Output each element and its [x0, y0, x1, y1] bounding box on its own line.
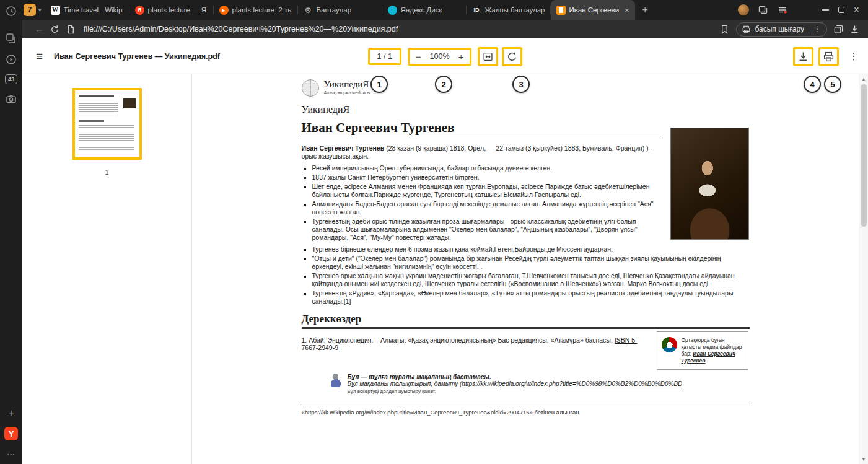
print-options-kebab-icon[interactable]: ⋮	[813, 25, 821, 33]
counter-badge-label: 43	[8, 76, 14, 82]
stub-line-1: Бұл — тұлға туралы мақаланың бастамасы.	[348, 374, 682, 380]
pdf-page: УикипедиЯ Ашық энциклопедиясы УикипедиЯ …	[302, 74, 750, 416]
thumb-text-lines	[79, 125, 134, 151]
notifications-menu-icon[interactable]	[778, 5, 787, 15]
stub-writer-icon	[330, 374, 343, 387]
maximize-window-button[interactable]	[838, 7, 844, 13]
rotate-button[interactable]	[502, 47, 522, 66]
scroll-down-arrow[interactable]: ▼	[859, 457, 868, 462]
tab-settings[interactable]: ⚙ Баптаулар	[298, 0, 382, 20]
panels-icon[interactable]	[758, 5, 768, 15]
list-item: Тургеневтың әдеби орыс тілінде жазылған …	[312, 217, 663, 242]
zoom-in-button[interactable]: +	[458, 52, 464, 61]
document-area: УикипедиЯ Ашық энциклопедиясы УикипедиЯ …	[192, 74, 859, 464]
pdf-favicon	[556, 6, 566, 15]
page-file-icon[interactable]	[66, 25, 76, 34]
document-title: Иван Сергеевич Тургенев — Уикипедия.pdf	[54, 52, 220, 61]
printer-icon	[823, 51, 834, 62]
fit-page-button[interactable]	[478, 47, 498, 66]
reference-text: 1. Абай. Энциклопедия. – Алматы: «Қазақ …	[302, 336, 615, 344]
thumbnails-panel: 1	[22, 74, 192, 464]
counter-badge[interactable]: 43	[5, 74, 17, 84]
zoom-controls: − 100% +	[408, 48, 472, 66]
collections-icon[interactable]	[834, 25, 843, 34]
tab-bar: 7 ▾ W Time travel - Wikip Я plants lectu…	[22, 0, 868, 20]
chevron-down-icon[interactable]: ▾	[38, 7, 42, 13]
commons-text: Ортаққорда бұған қатысты медиа файлдар б…	[682, 337, 743, 364]
tab-general-settings[interactable]: ID Жалпы баптаулар	[467, 0, 551, 20]
history-icon[interactable]	[5, 5, 17, 17]
gear-icon: ⚙	[304, 6, 313, 15]
tab-yandex-disk[interactable]: Яндекс Диск	[382, 0, 467, 20]
vertical-scrollbar[interactable]: ▲ ▼	[859, 74, 868, 464]
sidebar-add-icon[interactable]: +	[5, 407, 17, 419]
thumb-heading-line	[79, 120, 105, 122]
print-button-label: басып шығару	[755, 25, 804, 33]
page-1-thumbnail[interactable]	[72, 88, 142, 160]
close-window-button[interactable]: ×	[854, 5, 859, 15]
bookmark-icon[interactable]	[720, 25, 729, 34]
list-item: Шет елде, әсіресе Алмания менен Францияд…	[312, 183, 663, 199]
url-text[interactable]: file:///C:/Users/Admin/Desktop/Иван%20Се…	[84, 25, 713, 33]
fact-list-upper: Ресей империясының Орел губерниясында, б…	[302, 164, 663, 242]
yandex-favicon: Я	[135, 6, 144, 15]
stub-notice: Бұл — тұлға туралы мақаланың бастамасы. …	[330, 374, 750, 394]
sidebar-toggle-icon[interactable]: ≡	[36, 50, 43, 63]
tab-groups-icon[interactable]	[5, 32, 17, 45]
tab-plants-lecture-video[interactable]: ▶ plants lecture: 2 ть	[214, 0, 298, 20]
new-tab-button[interactable]: +	[642, 4, 648, 15]
browser-window: 43 + Y ⋯ 7 ▾ W Time travel - Wikip Я pla…	[0, 0, 868, 464]
scroll-up-arrow[interactable]: ▲	[859, 77, 868, 81]
pdf-toolbar: ≡ Иван Сергеевич Тургенев — Уикипедия.pd…	[22, 38, 868, 74]
footer-rule	[302, 403, 750, 403]
stub-line-3: Бұл ескертуді дәлдеп ауыстыру қажет.	[348, 388, 682, 394]
close-tab-icon[interactable]: ×	[625, 6, 629, 14]
tab-label: plants lecture — Я	[148, 6, 208, 14]
profile-avatar[interactable]	[738, 4, 749, 15]
list-item: Ресей империясының Орел губерниясында, б…	[312, 164, 663, 172]
printer-icon	[742, 25, 750, 33]
youtube-favicon: ▶	[219, 6, 229, 15]
fit-page-icon	[483, 51, 493, 62]
annotation-circle-1: 1	[370, 76, 388, 93]
downloads-icon[interactable]	[850, 25, 859, 34]
list-item: "Отцы и дети" ("Әкелер мен балалар") ром…	[312, 255, 750, 271]
wikipedia-tagline: Ашық энциклопедиясы	[324, 90, 370, 95]
list-item: Алманиядағы Баден-Баден арасан суы бар е…	[312, 200, 663, 216]
commons-box: Ортаққорда бұған қатысты медиа файлдар б…	[657, 331, 748, 370]
page-indicator[interactable]: 1 / 1	[368, 48, 401, 65]
article-title: Иван Сергеевич Тургенев	[302, 120, 663, 138]
reload-icon[interactable]	[50, 25, 59, 34]
site-name-line: УикипедиЯ	[302, 104, 750, 115]
zoom-out-button[interactable]: −	[416, 52, 421, 61]
wikipedia-wordmark: УикипедиЯ	[324, 79, 370, 90]
stub-line-2: Бұл мақаланы толықтырып, дамыту (https:/…	[348, 380, 682, 387]
tabbar-right-controls: ×	[738, 4, 868, 15]
video-play-icon[interactable]	[5, 53, 17, 66]
stub-edit-link[interactable]: (https://kk.wikipedia.org/w/index.php?ti…	[460, 380, 682, 387]
minimize-window-button[interactable]	[822, 9, 829, 11]
tab-turgenev-pdf-active[interactable]: Иван Сергееви ×	[551, 0, 635, 20]
download-button[interactable]	[793, 47, 813, 66]
wikipedia-globe-logo	[302, 79, 319, 97]
more-options-kebab-icon[interactable]: ⋮	[849, 51, 858, 62]
tab-plants-lecture-search[interactable]: Я plants lecture — Я	[129, 0, 214, 20]
screenshot-icon[interactable]	[5, 93, 17, 105]
browser-sidebar: 43 + Y ⋯	[0, 0, 22, 464]
yandex-browser-logo[interactable]: Y	[4, 427, 18, 440]
annotation-circle-2: 2	[435, 76, 452, 93]
pdf-viewer: ≡ Иван Сергеевич Тургенев — Уикипедия.pd…	[22, 38, 868, 464]
address-bar: ← file:///C:/Users/Admin/Desktop/Иван%20…	[22, 20, 868, 38]
print-page-button[interactable]: басып шығару ⋮	[736, 22, 827, 37]
back-icon[interactable]: ←	[35, 24, 43, 34]
zoom-level-value: 100%	[430, 52, 450, 61]
tab-time-travel[interactable]: W Time travel - Wikip	[45, 0, 129, 20]
ellipsis-glyph: ⋯	[7, 450, 15, 459]
tab-counter-chip[interactable]: 7	[24, 4, 36, 16]
scrollbar-thumb[interactable]	[861, 84, 867, 227]
print-button[interactable]	[818, 47, 839, 66]
id-favicon: ID	[472, 6, 481, 15]
tab-label: Time travel - Wikip	[64, 6, 124, 14]
sidebar-more-icon[interactable]: ⋯	[5, 448, 17, 460]
download-icon	[798, 51, 809, 62]
